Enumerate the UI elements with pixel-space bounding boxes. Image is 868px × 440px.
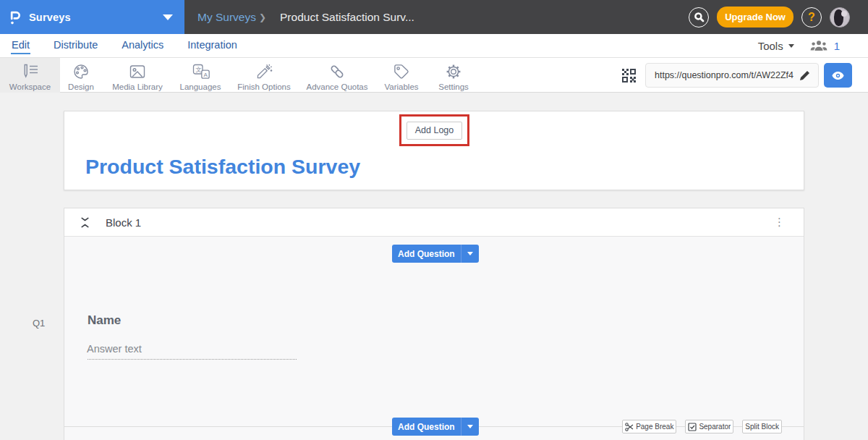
svg-text:A: A bbox=[203, 71, 208, 77]
svg-text:文: 文 bbox=[195, 66, 202, 73]
